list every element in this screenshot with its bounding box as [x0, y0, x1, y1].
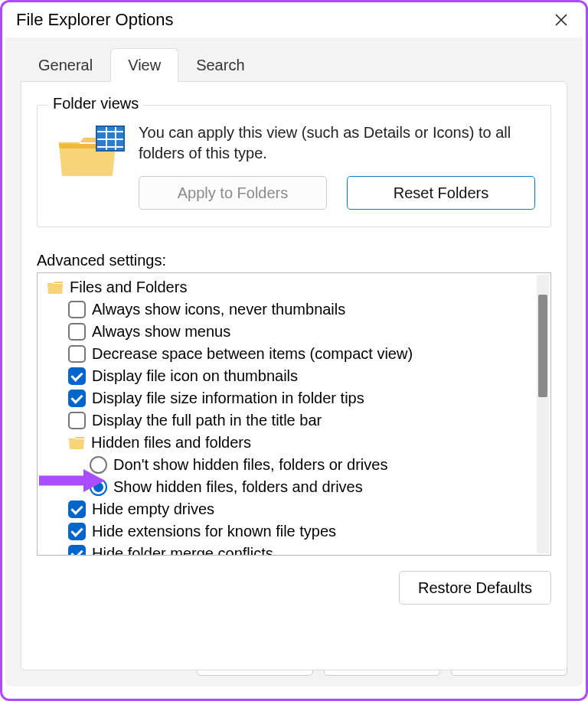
tree-group-hidden-files[interactable]: Hidden files and folders [47, 432, 550, 454]
checkbox-icon [68, 345, 86, 363]
tree-radio-option[interactable]: Show hidden files, folders and drives [47, 476, 550, 498]
close-button[interactable] [552, 11, 570, 29]
folder-icon [47, 281, 64, 295]
tab-search[interactable]: Search [178, 48, 262, 82]
tree-label: Display file icon on thumbnails [92, 367, 298, 385]
tree-option[interactable]: Always show icons, never thumbnails [47, 298, 550, 321]
radio-icon [90, 478, 107, 496]
tree-label: Hidden files and folders [91, 434, 251, 452]
tree-label: Don't show hidden files, folders or driv… [113, 456, 387, 474]
close-icon [554, 12, 569, 28]
view-tab-panel: Folder views You can apply this view (su… [21, 81, 567, 670]
tree-label: Decrease space between items (compact vi… [92, 345, 413, 363]
tree-label: Always show icons, never thumbnails [92, 301, 345, 318]
checkbox-icon [68, 545, 86, 556]
tree-option[interactable]: Display file size information in folder … [47, 387, 550, 409]
folder-views-label: Folder views [48, 95, 143, 112]
tree-option[interactable]: Decrease space between items (compact vi… [47, 343, 550, 365]
tab-view[interactable]: View [110, 48, 178, 82]
folder-views-icon [57, 126, 125, 178]
checkbox-icon [68, 412, 86, 429]
tab-general[interactable]: General [21, 48, 110, 82]
tree-label: Hide empty drives [92, 500, 214, 518]
folder-views-group: Folder views You can apply this view (su… [37, 105, 551, 227]
checkbox-icon [68, 323, 86, 341]
folder-icon [68, 436, 85, 450]
tab-strip: General View Search [21, 48, 567, 82]
reset-folders-button[interactable]: Reset Folders [347, 176, 535, 210]
tree-label: Always show menus [92, 323, 230, 341]
radio-icon [90, 456, 107, 474]
checkbox-icon [68, 523, 86, 540]
tree-label: Files and Folders [70, 279, 187, 296]
checkbox-icon [68, 301, 86, 318]
tree-label: Hide folder merge conflicts [92, 545, 273, 556]
tree-option[interactable]: Display the full path in the title bar [47, 409, 550, 432]
tree-label: Show hidden files, folders and drives [113, 478, 363, 496]
checkbox-icon [68, 367, 86, 385]
restore-defaults-button[interactable]: Restore Defaults [399, 571, 551, 605]
window-title: File Explorer Options [16, 10, 173, 30]
tree-option[interactable]: Always show menus [47, 321, 550, 343]
advanced-settings-label: Advanced settings: [37, 252, 551, 269]
tree-radio-option[interactable]: Don't show hidden files, folders or driv… [47, 454, 550, 476]
dialog-body: General View Search Folder views You can… [5, 37, 583, 686]
tree-option[interactable]: Display file icon on thumbnails [47, 365, 550, 387]
scroll-thumb[interactable] [538, 295, 547, 397]
folder-views-description: You can apply this view (such as Details… [139, 122, 535, 164]
tree-option[interactable]: Hide folder merge conflicts [47, 543, 550, 556]
titlebar: File Explorer Options [2, 2, 586, 37]
advanced-settings-tree[interactable]: Files and Folders Always show icons, nev… [37, 272, 551, 556]
tree-option[interactable]: Hide extensions for known file types [47, 520, 550, 543]
checkbox-icon [68, 500, 86, 518]
tree-label: Display file size information in folder … [92, 390, 364, 407]
checkbox-icon [68, 390, 86, 407]
tree-group-files-and-folders[interactable]: Files and Folders [47, 276, 550, 298]
tree-option[interactable]: Hide empty drives [47, 498, 550, 520]
tree-label: Hide extensions for known file types [92, 523, 336, 540]
apply-to-folders-button[interactable]: Apply to Folders [139, 176, 327, 210]
tree-label: Display the full path in the title bar [92, 412, 322, 429]
vertical-scrollbar[interactable] [537, 275, 549, 553]
